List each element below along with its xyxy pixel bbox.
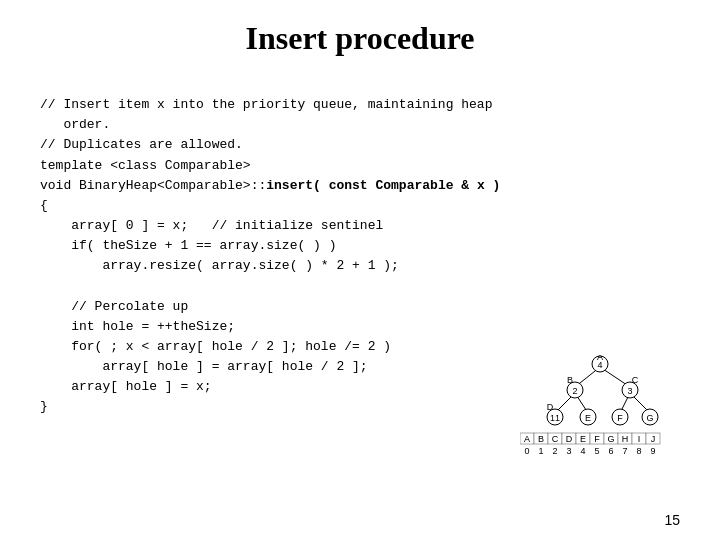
code-line-11: // Percolate up (40, 299, 188, 314)
label-d: D (547, 402, 554, 412)
node-e: E (585, 413, 591, 423)
label-root: A (597, 355, 603, 362)
svg-text:5: 5 (594, 446, 599, 456)
node-b: 2 (572, 386, 577, 396)
svg-text:3: 3 (566, 446, 571, 456)
code-line-9: array.resize( array.size( ) * 2 + 1 ); (40, 258, 399, 273)
code-line-4: template <class Comparable> (40, 158, 251, 173)
heap-tree-svg: 4 2 3 11 E F G A B C D (520, 355, 680, 470)
node-d: 11 (550, 413, 560, 423)
svg-text:A: A (524, 434, 530, 444)
code-line-12: int hole = ++theSize; (40, 319, 235, 334)
svg-text:D: D (566, 434, 573, 444)
svg-text:2: 2 (552, 446, 557, 456)
svg-text:E: E (580, 434, 586, 444)
svg-text:6: 6 (608, 446, 613, 456)
svg-text:B: B (538, 434, 544, 444)
svg-text:H: H (622, 434, 629, 444)
svg-text:9: 9 (650, 446, 655, 456)
svg-text:F: F (594, 434, 600, 444)
code-line-16: } (40, 399, 48, 414)
page-number: 15 (664, 512, 680, 528)
code-line-1: // Insert item x into the priority queue… (40, 97, 492, 112)
code-line-5: void BinaryHeap<Comparable>::insert( con… (40, 178, 500, 193)
code-line-14: array[ hole ] = array[ hole / 2 ]; (40, 359, 368, 374)
array-representation: A B C D E F G H I J 0 (520, 433, 660, 456)
node-f: F (617, 413, 623, 423)
code-line-3: // Duplicates are allowed. (40, 137, 243, 152)
svg-text:7: 7 (622, 446, 627, 456)
code-line-6: { (40, 198, 48, 213)
node-g: G (646, 413, 653, 423)
code-line-8: if( theSize + 1 == array.size( ) ) (40, 238, 336, 253)
svg-text:I: I (638, 434, 641, 444)
code-line-2: order. (40, 117, 110, 132)
svg-text:8: 8 (636, 446, 641, 456)
svg-text:4: 4 (580, 446, 585, 456)
code-line-7: array[ 0 ] = x; // initialize sentinel (40, 218, 383, 233)
slide-title: Insert procedure (40, 20, 680, 57)
slide: Insert procedure // Insert item x into t… (0, 0, 720, 540)
svg-text:J: J (651, 434, 656, 444)
code-line-13: for( ; x < array[ hole / 2 ]; hole /= 2 … (40, 339, 391, 354)
code-line-15: array[ hole ] = x; (40, 379, 212, 394)
label-b: B (567, 375, 573, 385)
svg-text:0: 0 (524, 446, 529, 456)
node-c: 3 (627, 386, 632, 396)
svg-text:1: 1 (538, 446, 543, 456)
tree-diagram: 4 2 3 11 E F G A B C D (520, 355, 680, 465)
label-c: C (632, 375, 639, 385)
svg-text:G: G (607, 434, 614, 444)
svg-text:C: C (552, 434, 559, 444)
